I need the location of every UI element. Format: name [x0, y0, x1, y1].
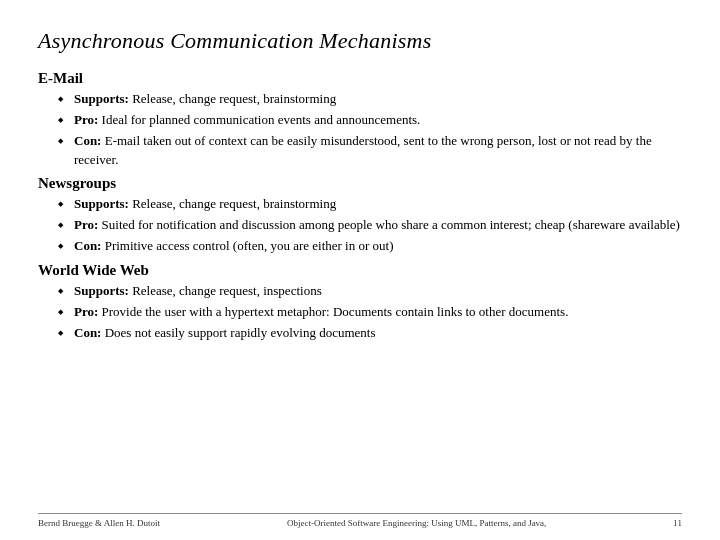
bullet-item-0-1: Pro: Ideal for planned communication eve… — [58, 111, 682, 130]
bullet-item-2-1: Pro: Provide the user with a hypertext m… — [58, 303, 682, 322]
bullet-label-2-2: Con: — [74, 325, 101, 340]
bullet-label-0-2: Con: — [74, 133, 101, 148]
bullet-item-1-0: Supports: Release, change request, brain… — [58, 195, 682, 214]
bullet-item-0-0: Supports: Release, change request, brain… — [58, 90, 682, 109]
bullet-label-1-1: Pro: — [74, 217, 98, 232]
bullet-list-0: Supports: Release, change request, brain… — [38, 90, 682, 169]
bullet-list-1: Supports: Release, change request, brain… — [38, 195, 682, 256]
bullet-label-0-1: Pro: — [74, 112, 98, 127]
bullet-item-0-2: Con: E-mail taken out of context can be … — [58, 132, 682, 170]
section-heading-0: E-Mail — [38, 70, 682, 87]
bullet-item-2-2: Con: Does not easily support rapidly evo… — [58, 324, 682, 343]
section-heading-1: Newsgroups — [38, 175, 682, 192]
section-heading-2: World Wide Web — [38, 262, 682, 279]
bullet-item-2-0: Supports: Release, change request, inspe… — [58, 282, 682, 301]
footer-right: 11 — [673, 518, 682, 528]
slide-title: Asynchronous Communication Mechanisms — [38, 28, 682, 54]
bullet-item-1-2: Con: Primitive access control (often, yo… — [58, 237, 682, 256]
bullet-item-1-1: Pro: Suited for notification and discuss… — [58, 216, 682, 235]
bullet-label-2-0: Supports: — [74, 283, 129, 298]
bullet-label-2-1: Pro: — [74, 304, 98, 319]
bullet-label-1-2: Con: — [74, 238, 101, 253]
slide-page: Asynchronous Communication Mechanisms E-… — [0, 0, 720, 540]
bullet-label-0-0: Supports: — [74, 91, 129, 106]
footer: Bernd Bruegge & Allen H. Dutoit Object-O… — [38, 513, 682, 528]
bullet-label-1-0: Supports: — [74, 196, 129, 211]
bullet-list-2: Supports: Release, change request, inspe… — [38, 282, 682, 343]
footer-center: Object-Oriented Software Engineering: Us… — [160, 518, 673, 528]
footer-left: Bernd Bruegge & Allen H. Dutoit — [38, 518, 160, 528]
